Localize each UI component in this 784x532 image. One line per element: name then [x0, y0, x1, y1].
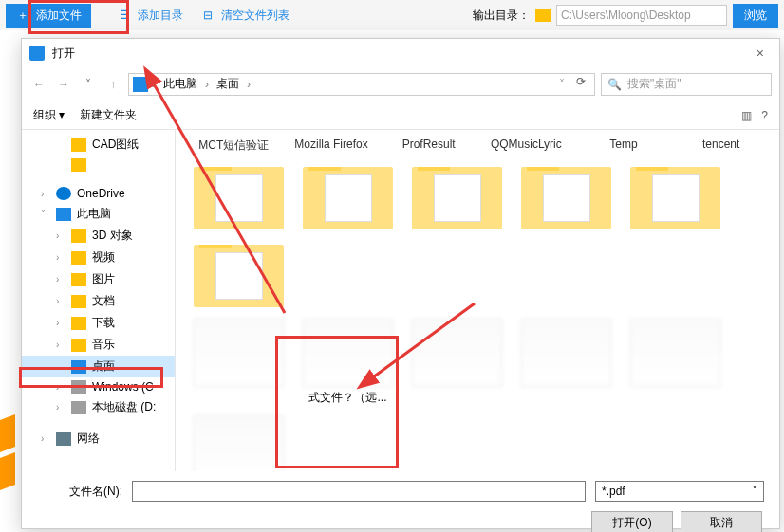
tree-item-blank[interactable] [22, 156, 175, 174]
tree-twisty: › [56, 318, 65, 328]
cancel-button[interactable]: 取消 [681, 511, 762, 532]
open-file-dialog: 打开 × ← → ˅ ↑ › 此电脑 › 桌面 › ˅⟳ 🔍 搜索"桌面" 组织… [21, 38, 780, 529]
tree-label: 桌面 [92, 358, 115, 375]
address-bar[interactable]: › 此电脑 › 桌面 › ˅⟳ [128, 73, 595, 96]
tree-item-CAD图纸[interactable]: CAD图纸 [22, 134, 175, 156]
nav-up-button[interactable]: ↑ [103, 75, 122, 94]
app-toolbar: ＋ 添加文件 ☰ 添加目录 ⊟ 清空文件列表 输出目录： C:\Users\Ml… [0, 0, 784, 30]
file-item[interactable]: 式文件？（远... [298, 319, 398, 406]
folder-icon [71, 317, 86, 330]
folder-icon [71, 273, 86, 286]
tree-label: 本地磁盘 (D: [92, 399, 156, 415]
tree-label: 3D 对象 [92, 228, 133, 244]
tree-item-文档[interactable]: ›文档 [22, 290, 175, 312]
plus-icon: ＋ [15, 8, 30, 23]
folder-item[interactable] [189, 239, 289, 307]
clear-icon: ⊟ [200, 8, 215, 23]
tree-item-视频[interactable]: ›视频 [22, 247, 175, 268]
file-item[interactable] [189, 415, 289, 471]
tree-item-桌面[interactable]: 桌面 [22, 356, 175, 377]
filename-input[interactable] [132, 481, 586, 502]
folder-item[interactable] [298, 161, 398, 229]
clear-list-button[interactable]: ⊟ 清空文件列表 [193, 4, 297, 28]
column-header: ProfResult [389, 138, 468, 154]
new-folder-button[interactable]: 新建文件夹 [80, 107, 137, 123]
tree-label: CAD图纸 [92, 137, 139, 153]
tree-item-音乐[interactable]: ›音乐 [22, 334, 175, 356]
file-thumbnail [303, 319, 393, 387]
add-dir-label: 添加目录 [138, 8, 183, 24]
search-icon: 🔍 [607, 78, 622, 91]
column-header: tencent [681, 138, 760, 154]
file-grid: MCT短信验证Mozilla FirefoxProfResultQQMusicL… [176, 130, 779, 471]
address-dropdown[interactable]: ˅ [552, 75, 571, 94]
folder-icon [521, 167, 611, 229]
tree-item-Windows (C[interactable]: ›Windows (C [22, 377, 175, 396]
file-item[interactable] [189, 319, 289, 406]
tree-item-网络[interactable]: ›网络 [22, 428, 175, 449]
column-header: Temp [585, 138, 663, 154]
breadcrumb[interactable]: 桌面 [213, 74, 243, 94]
pc-icon [133, 77, 148, 92]
tree-twisty: › [56, 402, 65, 413]
column-header: Mozilla Firefox [292, 138, 371, 154]
tree-label: 图片 [92, 271, 115, 287]
tree-label: 下载 [92, 315, 115, 331]
refresh-button[interactable]: ⟳ [571, 75, 590, 94]
net-icon [56, 432, 71, 446]
tree-item-3D 对象[interactable]: ›3D 对象 [22, 225, 175, 247]
folder-item[interactable] [516, 161, 616, 229]
nav-history-dropdown[interactable]: ˅ [79, 75, 98, 94]
folder-icon [71, 251, 86, 265]
tree-twisty: › [56, 339, 65, 350]
folder-tree: CAD图纸›OneDrive˅此电脑›3D 对象›视频›图片›文档›下载›音乐桌… [22, 130, 176, 471]
add-dir-button[interactable]: ☰ 添加目录 [109, 4, 191, 28]
folder-item[interactable] [625, 161, 725, 229]
tree-twisty: › [56, 274, 65, 284]
folder-icon [303, 167, 393, 229]
file-item[interactable] [625, 319, 725, 406]
tree-twisty: › [56, 252, 65, 263]
open-button[interactable]: 打开(O) [591, 511, 673, 532]
search-input[interactable]: 🔍 搜索"桌面" [601, 73, 772, 96]
file-item[interactable] [516, 319, 616, 406]
add-file-button[interactable]: ＋ 添加文件 [6, 4, 91, 28]
tree-twisty: › [56, 382, 65, 393]
tree-twisty: › [41, 433, 50, 444]
nav-back-button[interactable]: ← [29, 75, 48, 94]
tree-label: OneDrive [77, 187, 125, 200]
organize-menu[interactable]: 组织 ▾ [33, 107, 65, 123]
chevron-down-icon: ˅ [752, 485, 757, 498]
folder-icon [630, 167, 720, 229]
app-icon [29, 46, 45, 61]
tree-item-OneDrive[interactable]: ›OneDrive [22, 184, 175, 203]
folder-icon [71, 158, 86, 172]
cloud-icon [56, 187, 71, 200]
breadcrumb[interactable]: 此电脑 [159, 74, 201, 94]
file-type-filter[interactable]: *.pdf ˅ [595, 481, 764, 502]
folder-icon [194, 167, 284, 229]
nav-forward-button[interactable]: → [54, 75, 73, 94]
browse-button[interactable]: 浏览 [733, 4, 778, 28]
tree-item-图片[interactable]: ›图片 [22, 268, 175, 290]
output-path-field[interactable]: C:\Users\Mloong\Desktop [556, 5, 727, 26]
tree-item-本地磁盘 (D:[interactable]: ›本地磁盘 (D: [22, 396, 175, 418]
tree-twisty: › [56, 296, 65, 306]
folder-header-row: MCT短信验证Mozilla FirefoxProfResultQQMusicL… [185, 134, 770, 161]
file-thumbnail [521, 319, 611, 387]
folder-item[interactable] [407, 161, 507, 229]
file-item[interactable] [407, 319, 507, 406]
close-button[interactable]: × [749, 42, 772, 64]
help-button[interactable]: ? [761, 109, 768, 122]
folder-icon [71, 295, 86, 308]
tree-item-下载[interactable]: ›下载 [22, 312, 175, 334]
dialog-title: 打开 [52, 46, 75, 62]
view-mode-button[interactable]: ▥ [741, 109, 752, 122]
folder-icon [71, 229, 86, 243]
list-icon: ☰ [117, 8, 132, 23]
folder-item[interactable] [189, 161, 289, 229]
folder-icon [71, 339, 86, 352]
file-thumbnail [630, 319, 720, 387]
tree-item-此电脑[interactable]: ˅此电脑 [22, 203, 175, 225]
file-thumbnail [412, 319, 502, 387]
